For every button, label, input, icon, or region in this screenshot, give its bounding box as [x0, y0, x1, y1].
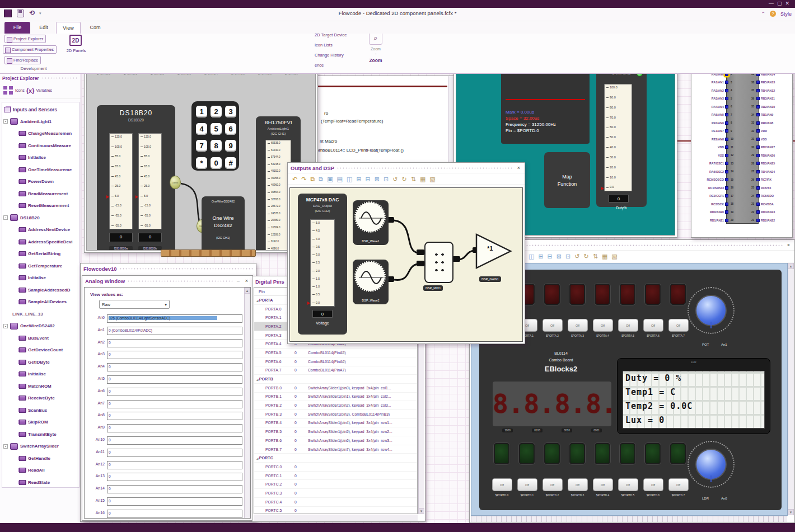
analog-value-field[interactable]: 826 (ComboBL0114/LightSensorADC) [107, 314, 242, 323]
keypad-key[interactable]: 6 [225, 123, 236, 135]
toolbar-icon[interactable]: ▣ [327, 176, 333, 182]
2d-panel-icon[interactable]: 2D [69, 35, 82, 46]
view-mode-dropdown[interactable]: Raw ▾ [99, 300, 170, 309]
tab-components[interactable]: Com [84, 22, 106, 34]
tree-item[interactable]: ReceiveByte [2, 392, 79, 404]
digital-pin-row[interactable]: PORTC.4 0 [254, 498, 417, 507]
digital-pin-row[interactable]: PORTB.6 0 SwitchArraySlider1(pin6), keyp… [254, 436, 417, 445]
keypad-key[interactable]: 5 [211, 123, 222, 135]
digital-pin-row[interactable]: PORTC.5 0 [254, 507, 417, 515]
temp-scale-1[interactable]: 125.0105.085.065.045.025.05.0-15.0-35.0-… [109, 133, 133, 229]
scrollbar-horizontal[interactable] [471, 516, 787, 522]
tab-edit[interactable]: Edit [32, 22, 55, 34]
expander-icon[interactable] [3, 215, 8, 220]
zoom-minus[interactable]: - [363, 51, 389, 57]
pot-knob[interactable] [695, 295, 727, 326]
toolbar-icon[interactable]: ↺ [574, 253, 579, 260]
toolbar-icon[interactable]: ⊟ [366, 176, 371, 182]
keypad-key[interactable]: # [225, 157, 236, 169]
close-icon[interactable]: × [516, 165, 522, 171]
tab-file[interactable]: File [4, 22, 30, 34]
map-function-block[interactable]: Map Function [544, 152, 590, 208]
toolbar-icon[interactable]: ▧ [429, 176, 435, 182]
digital-pin-row[interactable]: PORTC [254, 454, 417, 463]
analog-value-field[interactable]: 0 [107, 351, 242, 359]
toolbar-icon[interactable]: ▧ [611, 253, 617, 260]
view-check-item[interactable]: Icon Lists [315, 43, 368, 48]
tree-item[interactable]: PowerDown [2, 176, 79, 188]
dsp-wave2-block[interactable]: DSP_Wave2 [353, 260, 389, 304]
tree-item[interactable]: Initialise [2, 152, 79, 164]
tree-item[interactable]: SampleAllDevices [2, 296, 79, 308]
slider-arrow[interactable] [601, 187, 604, 190]
digital-pin-row[interactable]: PORTB.0 0 SwitchArraySlider1(pin0), keyp… [254, 384, 417, 393]
tree-item[interactable]: AddressSpecificDevi [2, 236, 79, 248]
analog-value-field[interactable]: 0 [107, 375, 242, 384]
toolbar-icon[interactable]: ⊞ [538, 253, 543, 260]
digital-pin-row[interactable]: PORTB.3 0 SwitchArraySlider1(pin3), Comb… [254, 410, 417, 419]
variables-icon[interactable]: {x} [26, 87, 35, 94]
project-explorer-button[interactable]: Project Explorer [4, 35, 46, 43]
tree-item[interactable]: ScanBus [2, 404, 79, 417]
window-controls[interactable]: —▢✕ [769, 1, 793, 6]
toolbar-icon[interactable]: ⊟ [548, 253, 553, 260]
toolbar-icon[interactable]: ↻ [401, 176, 406, 182]
digital-pin-row[interactable]: PORTC.1 0 [254, 472, 417, 481]
ldr-knob[interactable] [695, 449, 727, 480]
toolbar-icon[interactable]: ⇅ [411, 176, 416, 182]
digital-pin-row[interactable]: PORTA.6 0 ComboBL0114(PinA6) [254, 357, 417, 366]
off-button[interactable]: Off [568, 478, 588, 491]
off-button[interactable]: Off [643, 478, 663, 491]
tree-item[interactable]: ReadState [2, 477, 79, 488]
off-button[interactable]: Off [668, 478, 689, 491]
pwm-duty-scale[interactable]: 100.090.080.070.060.050.040.030.020.010.… [604, 84, 632, 191]
tree-item[interactable]: ChangeMeasuremen [2, 128, 79, 140]
tree-item[interactable]: GetSerialString [2, 248, 79, 260]
tree-item[interactable]: Inputs and Sensors [2, 103, 79, 116]
tree-item[interactable]: OneWireDS2482 [2, 320, 79, 332]
digital-pin-row[interactable]: PORTB.5 0 SwitchArraySlider1(pin5), keyp… [254, 427, 417, 436]
analog-value-field[interactable]: 0 [107, 449, 242, 457]
analog-value-field[interactable]: 0 (ComboBL0114/PotADC) [107, 327, 242, 335]
analog-value-field[interactable]: 0 [107, 400, 242, 408]
onewire-ds2482-block[interactable]: OneWireDS2482 One Wire DS2482 (I2C CH1) [202, 196, 245, 251]
tree-item[interactable]: ResetMeasurement [2, 200, 79, 212]
slider-arrow[interactable] [135, 195, 138, 199]
toolbar-icon[interactable]: ⊠ [375, 176, 380, 182]
scroll-up-icon[interactable]: ▲ [788, 263, 794, 269]
tree-item[interactable]: ContinuousMeasure [2, 140, 79, 152]
scrollbar-vertical[interactable]: ▲ [244, 288, 250, 518]
view-check-item[interactable]: ence [315, 63, 368, 68]
analog-value-field[interactable]: 0 [107, 339, 242, 347]
toolbar-icon[interactable]: ↺ [392, 176, 398, 182]
tree-item[interactable]: GetHandle [2, 453, 79, 465]
toolbar-icon[interactable]: ⇅ [593, 253, 598, 260]
scroll-up-icon[interactable]: ▲ [244, 288, 250, 294]
off-button[interactable]: Off [517, 478, 537, 491]
off-button[interactable]: Off [593, 478, 613, 491]
expander-icon[interactable] [3, 324, 8, 328]
scrollbar-horizontal[interactable] [254, 515, 418, 521]
tree-item[interactable]: ReadMeasurement [2, 188, 79, 200]
ribbon-help-row[interactable]: ⌃ ? Style [761, 11, 792, 17]
tab-view[interactable]: View [56, 22, 81, 34]
tree-item[interactable]: LINK_LINE_13 [2, 308, 79, 321]
digital-pin-row[interactable]: PORTC.2 0 [254, 480, 417, 489]
keypad-key[interactable]: 9 [225, 140, 236, 152]
analog-value-field[interactable]: 0 [107, 473, 242, 481]
digital-pin-row[interactable]: PORTC.3 0 [254, 489, 417, 498]
toolbar-icon[interactable]: ⊞ [356, 176, 361, 182]
analog-value-field[interactable]: 0 [107, 388, 242, 396]
scrollbar-vertical[interactable]: ▲ ▼ [788, 263, 794, 515]
toolbar-icon[interactable]: ◫ [529, 253, 534, 260]
find-replace-button[interactable]: Find/Replace [4, 56, 41, 64]
tree-item[interactable]: GetTemperature [2, 260, 79, 272]
keypad-key[interactable]: 3 [225, 106, 236, 117]
expander-icon[interactable] [3, 119, 8, 124]
toolbar-icon[interactable]: ▦ [420, 176, 425, 182]
keypad-key[interactable]: 2 [211, 106, 222, 117]
toolbar-icon[interactable]: ⊡ [565, 253, 570, 260]
close-icon[interactable]: × [244, 278, 250, 284]
analog-value-field[interactable]: 0 [107, 412, 242, 420]
toolbar-icon[interactable]: ⧉ [310, 176, 315, 182]
